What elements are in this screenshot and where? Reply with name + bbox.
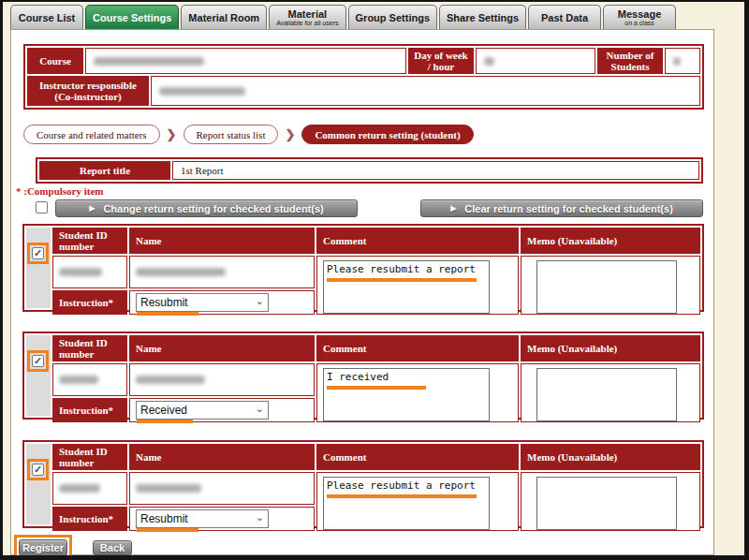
- report-title-table: Report title 1st Report: [36, 157, 703, 184]
- chevron-right-icon: ❯: [285, 127, 295, 142]
- course-info-table: Course Day of week / hour Number of Stud…: [23, 44, 704, 110]
- comment-textarea[interactable]: Please resubmit a report: [323, 260, 490, 314]
- compulsory-item-note: * :Compulsory item: [16, 185, 104, 197]
- memo-textarea[interactable]: [536, 260, 677, 314]
- student-checkbox[interactable]: ✓: [32, 247, 44, 259]
- student-id-cell: [52, 256, 127, 288]
- comment-textarea[interactable]: Please resubmit a report: [323, 477, 490, 530]
- tab-course-list[interactable]: Course List: [10, 5, 83, 29]
- checkbox-column: ✓: [26, 335, 51, 416]
- number-of-students-label: Number of Students: [597, 48, 663, 74]
- tab-label: Course List: [19, 12, 76, 23]
- redacted-student-name: [136, 484, 201, 493]
- breadcrumb: Course and related matters ❯ Report stat…: [23, 125, 474, 144]
- student-block-2: ✓ Student ID number Name Comment Memo (U…: [22, 332, 704, 420]
- tab-material[interactable]: Material Available for all users: [269, 5, 345, 29]
- annotation-underline: [327, 494, 477, 498]
- breadcrumb-report-status-list[interactable]: Report status list: [184, 125, 279, 144]
- instructor-value: [151, 76, 700, 106]
- student-id-header: Student ID number: [52, 228, 127, 254]
- annotation-underline: [327, 386, 426, 390]
- name-header: Name: [129, 228, 315, 254]
- tab-label: Group Settings: [356, 12, 430, 23]
- student-checkbox[interactable]: ✓: [32, 464, 44, 476]
- comment-header: Comment: [316, 228, 519, 254]
- tab-label: Past Data: [541, 12, 588, 23]
- tab-sublabel: on a class: [624, 20, 654, 27]
- student-name-cell: [129, 256, 315, 288]
- back-button[interactable]: Back: [93, 540, 132, 555]
- bulk-action-row: ▶ Change return setting for checked stud…: [22, 199, 703, 217]
- course-value: [85, 48, 406, 74]
- select-all-checkbox[interactable]: [36, 201, 48, 214]
- memo-header: Memo (Unavailable): [521, 228, 700, 254]
- change-return-setting-button[interactable]: ▶ Change return setting for checked stud…: [55, 199, 358, 217]
- table-header-row: Student ID number Name Comment Memo (Una…: [52, 444, 700, 470]
- memo-cell: [521, 472, 700, 531]
- tab-group-settings[interactable]: Group Settings: [348, 5, 437, 29]
- redacted-student-id: [59, 484, 100, 493]
- instruction-label: Instruction*: [52, 507, 127, 531]
- annotation-underline: [137, 528, 198, 532]
- name-header: Name: [129, 444, 315, 470]
- day-of-week-value: [476, 48, 595, 74]
- memo-textarea[interactable]: [536, 477, 677, 530]
- page: Course List Course Settings Material Roo…: [0, 0, 749, 560]
- comment-header: Comment: [316, 444, 519, 470]
- footer-actions: Register Back: [14, 534, 132, 560]
- redacted-day: [484, 57, 494, 66]
- student-name-cell: [129, 472, 315, 505]
- student-id-cell: [52, 472, 127, 505]
- tab-course-settings[interactable]: Course Settings: [85, 5, 179, 29]
- comment-cell: I received: [316, 363, 519, 422]
- memo-cell: [521, 363, 700, 422]
- breadcrumb-common-return-setting: Common return setting (student): [301, 125, 473, 144]
- checkbox-column: ✓: [26, 444, 51, 524]
- annotation-underline: [137, 420, 193, 423]
- tab-material-room[interactable]: Material Room: [181, 5, 267, 29]
- tab-sublabel: Available for all users: [276, 20, 338, 27]
- instruction-select[interactable]: Received: [136, 401, 269, 420]
- redacted-course-name: [94, 57, 204, 66]
- redacted-student-id: [59, 268, 102, 276]
- play-arrow-icon: ▶: [450, 205, 456, 213]
- breadcrumb-course-related[interactable]: Course and related matters: [23, 125, 160, 144]
- student-checkbox[interactable]: ✓: [32, 355, 44, 367]
- memo-header: Memo (Unavailable): [521, 444, 700, 470]
- student-id-cell: [52, 363, 127, 396]
- clear-return-setting-button[interactable]: ▶ Clear return setting for checked stude…: [420, 199, 703, 217]
- report-title-label: Report title: [39, 161, 170, 180]
- comment-textarea[interactable]: I received: [323, 368, 490, 421]
- chevron-right-icon: ❯: [167, 127, 177, 142]
- instructor-label: Instructor responsible (Co-instructor): [27, 76, 149, 106]
- table-header-row: Student ID number Name Comment Memo (Una…: [52, 335, 700, 361]
- instruction-select[interactable]: Resubmit: [136, 293, 269, 312]
- student-name-cell: [129, 363, 315, 396]
- number-of-students-value: [665, 48, 700, 74]
- tab-label: Share Settings: [447, 12, 519, 23]
- annotation-underline: [327, 278, 477, 282]
- checkbox-column: ✓: [26, 228, 51, 308]
- instruction-select[interactable]: Resubmit: [136, 509, 269, 528]
- memo-cell: [521, 256, 700, 315]
- annotation-highlight-box: Register: [14, 535, 72, 560]
- memo-textarea[interactable]: [536, 368, 677, 421]
- redacted-count: [673, 57, 681, 66]
- report-title-value: 1st Report: [172, 161, 699, 180]
- student-id-header: Student ID number: [52, 444, 127, 470]
- tab-share-settings[interactable]: Share Settings: [439, 5, 526, 29]
- instruction-label: Instruction*: [52, 290, 127, 315]
- tab-past-data[interactable]: Past Data: [528, 5, 601, 29]
- register-button[interactable]: Register: [19, 539, 67, 556]
- annotation-underline: [137, 312, 198, 316]
- course-label: Course: [27, 48, 83, 74]
- tab-label: Course Settings: [93, 12, 171, 23]
- redacted-student-name: [136, 268, 226, 276]
- student-block-3: ✓ Student ID number Name Comment Memo (U…: [22, 440, 704, 528]
- instruction-label: Instruction*: [52, 398, 127, 422]
- button-label: Change return setting for checked studen…: [103, 203, 323, 214]
- tab-message[interactable]: Message on a class: [603, 5, 676, 29]
- instruction-cell: Resubmit ⌄: [129, 290, 315, 315]
- student-block-1: ✓ Student ID number Name Comment Memo (U…: [22, 224, 704, 312]
- student-id-header: Student ID number: [52, 335, 127, 361]
